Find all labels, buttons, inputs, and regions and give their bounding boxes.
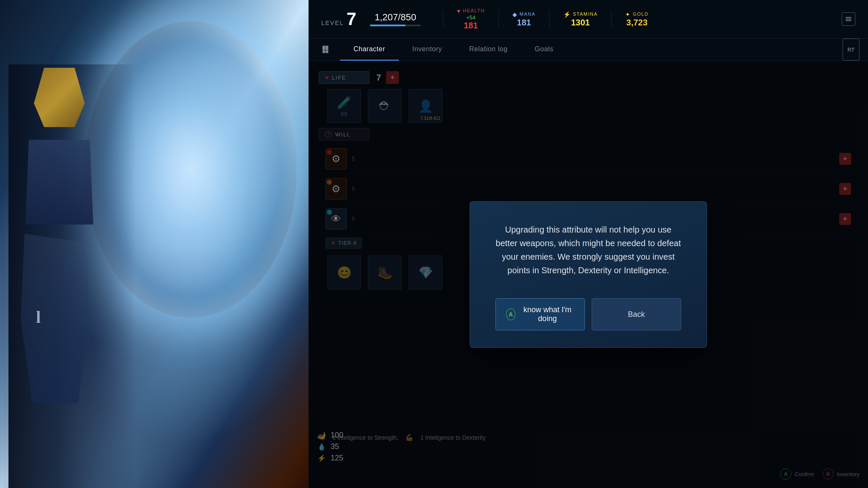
menu-icon[interactable] xyxy=(842,12,855,26)
nav-tab-icon-left[interactable] xyxy=(317,39,336,61)
warning-modal: Upgrading this attribute will not help y… xyxy=(470,201,707,348)
tab-inventory[interactable]: Inventory xyxy=(399,39,456,61)
confirm-button[interactable]: A know what I'm doing xyxy=(495,298,585,330)
svg-rect-2 xyxy=(846,20,851,21)
mana-stat: ◆ MANA 181 xyxy=(512,11,536,28)
mana-icon: ◆ xyxy=(512,11,517,18)
level-number: 7 xyxy=(347,10,356,28)
health-value: 181 xyxy=(464,21,478,30)
modal-buttons: A know what I'm doing Back xyxy=(495,298,681,330)
mana-value: 181 xyxy=(517,18,531,28)
divider4 xyxy=(611,11,612,28)
stamina-label: STAMINA xyxy=(573,11,598,17)
gold-value: 3,723 xyxy=(626,18,648,28)
level-label: LEVEL xyxy=(321,19,344,26)
mana-row: ◆ MANA xyxy=(512,11,536,18)
svg-rect-1 xyxy=(846,19,851,19)
back-button[interactable]: Back xyxy=(592,298,681,330)
mana-label: MANA xyxy=(520,11,536,17)
heart-icon: ♥ xyxy=(457,8,460,14)
divider3 xyxy=(549,11,550,28)
main-content: ♥ LIFE 7 + 🧪 0/2 ⛑ 👤 xyxy=(309,61,868,488)
stamina-value: 1301 xyxy=(571,18,590,28)
divider2 xyxy=(498,11,499,28)
nav-tab-right-btn[interactable]: RT xyxy=(843,39,860,61)
health-plus: +54 xyxy=(466,14,476,21)
gold-row: ✦ GOLD xyxy=(625,11,648,18)
level-display: LEVEL 7 xyxy=(321,10,356,28)
divider xyxy=(443,11,443,28)
header-bar: LEVEL 7 1,207/850 ♥ HEALTH +54 181 xyxy=(309,0,868,39)
ui-panel: LEVEL 7 1,207/850 ♥ HEALTH +54 181 xyxy=(309,0,868,488)
gold-icon: ✦ xyxy=(625,11,630,18)
tab-goals[interactable]: Goals xyxy=(521,39,567,61)
stamina-row: ⚡ STAMINA xyxy=(563,11,598,18)
modal-a-icon: A xyxy=(506,308,515,320)
xp-values: 1,207/850 xyxy=(375,12,416,23)
main-screen: l LEVEL 7 1,207/850 ♥ HEALTH xyxy=(0,0,868,488)
background-letter: l xyxy=(36,307,41,327)
svg-rect-0 xyxy=(846,17,851,18)
health-row: ♥ HEALTH xyxy=(457,8,485,14)
tab-character[interactable]: Character xyxy=(340,39,399,61)
stamina-icon: ⚡ xyxy=(563,11,570,18)
modal-message: Upgrading this attribute will not help y… xyxy=(495,223,681,277)
gold-label: GOLD xyxy=(633,11,648,17)
health-stat: ♥ HEALTH +54 181 xyxy=(457,8,485,30)
nav-tabs: Character Inventory Relation log Goals R… xyxy=(309,39,868,61)
confirm-button-label: know what I'm doing xyxy=(520,305,574,323)
health-label: HEALTH xyxy=(463,8,485,13)
stamina-stat: ⚡ STAMINA 1301 xyxy=(563,11,598,28)
gold-stat: ✦ GOLD 3,723 xyxy=(625,11,648,28)
game-viewport: l xyxy=(0,0,309,488)
xp-bar-fill xyxy=(370,25,406,26)
xp-section: 1,207/850 xyxy=(370,12,421,26)
tab-relation-log[interactable]: Relation log xyxy=(456,39,521,61)
modal-overlay: Upgrading this attribute will not help y… xyxy=(309,61,868,488)
xp-bar-container xyxy=(370,25,421,26)
